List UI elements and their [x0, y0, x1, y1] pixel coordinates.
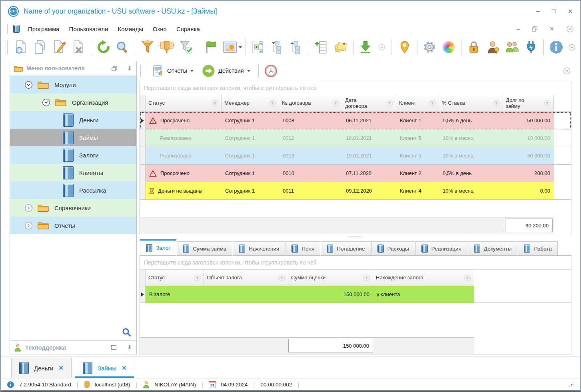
menu-help[interactable]: Справка [172, 24, 204, 34]
flag-icon[interactable] [202, 38, 220, 56]
tree-item-reports[interactable]: Отчеты [10, 217, 136, 234]
table-row[interactable]: Реализовано Сотрудник 1 0013 19.02.2021 … [140, 147, 571, 165]
tree-search-icon[interactable] [122, 328, 131, 337]
expand-icon[interactable] [24, 204, 33, 212]
menu-drag-handle[interactable] [7, 24, 9, 34]
resize-grip[interactable] [568, 382, 574, 388]
table-row[interactable]: Деньги не выданы Сотрудник 1 0011 09.12.… [140, 182, 571, 200]
column-header-date[interactable]: Дата договора [342, 95, 396, 111]
expand-tree-icon[interactable] [250, 38, 267, 56]
tab-penalty[interactable]: Пеня [286, 241, 320, 255]
mdi-restore-button[interactable] [532, 26, 537, 32]
tab-work[interactable]: Работа [518, 241, 558, 255]
menu-users[interactable]: Пользователи [65, 24, 113, 34]
filter-icon[interactable] [493, 100, 500, 107]
filter-icon[interactable] [363, 275, 370, 281]
column-header-client[interactable]: Клиент [396, 95, 439, 111]
user-groups-icon[interactable] [503, 38, 521, 56]
image-icon[interactable] [221, 38, 239, 56]
window-tab-money[interactable]: Деньги ✕ [11, 358, 72, 378]
tab-documents[interactable]: Документы [468, 241, 518, 255]
toolbar-drag-handle[interactable] [6, 40, 8, 54]
menu-window[interactable]: Окно [148, 24, 171, 34]
filter-icon[interactable] [278, 275, 285, 281]
notes-icon[interactable] [332, 38, 349, 56]
menu-program[interactable]: Программа [24, 24, 64, 34]
window-tab-loans[interactable]: Займы ✕ [75, 358, 134, 378]
column-header-rate[interactable]: % Ставка [439, 95, 503, 111]
filter-apply-icon[interactable] [177, 38, 195, 56]
support-maximize-icon[interactable] [111, 345, 116, 350]
settings-gear-icon[interactable] [421, 38, 439, 56]
delete-document-icon[interactable] [70, 38, 87, 56]
edit-document-icon[interactable] [50, 38, 68, 56]
column-header-object[interactable]: Объект залога [204, 270, 288, 286]
status-info-icon[interactable] [7, 381, 14, 388]
column-header-status[interactable]: Статус [146, 270, 204, 286]
add-column-icon[interactable] [313, 38, 330, 56]
grid-toolbar-handle[interactable] [140, 65, 142, 77]
filter-columns-icon[interactable] [158, 38, 176, 56]
menu-commands[interactable]: Команды [114, 24, 148, 34]
close-tab-icon[interactable]: ✕ [58, 364, 64, 372]
table-row[interactable]: Просрочено Сотрудник 1 0008 06.11.2021 К… [140, 112, 571, 129]
collapse-tree-down-icon[interactable] [269, 38, 286, 56]
filter-icon[interactable] [212, 100, 218, 107]
panel-restore-icon[interactable] [112, 66, 117, 71]
tab-expenses[interactable]: Расходы [371, 241, 415, 255]
reports-dropdown[interactable]: Отчеты [149, 64, 196, 78]
column-header-contract[interactable]: № договора [279, 95, 342, 111]
maximize-button[interactable]: □ [552, 8, 556, 15]
column-header-location[interactable]: Нахождение залога [373, 270, 474, 286]
column-header-amount[interactable]: Сумма оценки [288, 270, 373, 286]
table-row[interactable]: Реализовано Сотрудник 1 0012 18.02.2021 … [140, 129, 571, 147]
filter-icon[interactable] [332, 100, 339, 107]
column-header-status[interactable]: Статус [146, 95, 222, 111]
plugin-icon[interactable] [522, 38, 540, 56]
panel-splitter[interactable]: ••••••• [140, 234, 571, 239]
toolbar-overflow-icon[interactable] [568, 44, 575, 51]
scheduler-clock-icon[interactable] [264, 64, 278, 78]
collapse-icon[interactable] [24, 81, 33, 89]
expand-icon[interactable] [24, 221, 33, 230]
user-permissions-icon[interactable] [484, 38, 502, 56]
tree-item-mailing[interactable]: Рассылка [10, 181, 136, 199]
filter-icon[interactable] [429, 100, 436, 107]
column-header-manager[interactable]: Менеджер [222, 95, 279, 111]
collapse-icon[interactable] [42, 98, 50, 107]
column-header-debt[interactable]: Долг по займу [503, 95, 554, 111]
filter-icon[interactable] [139, 38, 156, 56]
new-document-icon[interactable] [12, 38, 30, 56]
tech-support-bar[interactable]: Техподдержка [10, 340, 136, 354]
tree-item-directories[interactable]: Справочники [10, 199, 136, 217]
grid-toolbar-overflow-icon[interactable] [563, 67, 571, 75]
tree-item-organization[interactable]: Организация [10, 94, 136, 111]
filter-icon[interactable] [269, 100, 276, 107]
menu-overflow-icon[interactable] [566, 25, 574, 33]
filter-icon[interactable] [464, 275, 471, 281]
actions-dropdown[interactable]: Действия [200, 63, 253, 79]
tree-item-loans-selected[interactable]: Займы [10, 129, 136, 146]
support-pin-icon[interactable] [127, 344, 132, 350]
table-row[interactable]: В залоге 150 000.00 у клиента [140, 286, 571, 303]
tab-pledge[interactable]: Залог [140, 239, 176, 255]
tree-item-clients[interactable]: Клиенты [10, 164, 136, 181]
tab-realization[interactable]: Реализация [415, 241, 467, 255]
tab-repayment[interactable]: Погашение [321, 241, 371, 255]
table-row[interactable]: Просрочено Сотрудник 1 0010 07.11.2020 К… [140, 165, 571, 182]
mdi-close-button[interactable]: ✕ [549, 26, 554, 32]
color-palette-icon[interactable] [440, 38, 457, 56]
minimize-button[interactable]: – [536, 8, 540, 15]
group-by-bar[interactable]: Перетащите сюда заголовок колонки, чтобы… [140, 81, 571, 95]
close-tab-icon[interactable]: ✕ [122, 364, 127, 372]
tree-item-modules[interactable]: Модули [10, 76, 136, 94]
location-pin-icon[interactable] [396, 38, 413, 56]
copy-document-icon[interactable] [32, 38, 49, 56]
filter-icon[interactable] [194, 275, 201, 281]
close-button[interactable]: ✕ [568, 8, 573, 15]
group-by-bar[interactable]: Перетащите сюда заголовок колонки, чтобы… [140, 256, 571, 270]
search-icon[interactable] [114, 38, 132, 56]
tree-item-pledges[interactable]: Залоги [10, 146, 136, 164]
collapse-tree-up-icon[interactable] [288, 38, 305, 56]
panel-pin-icon[interactable] [127, 66, 132, 72]
